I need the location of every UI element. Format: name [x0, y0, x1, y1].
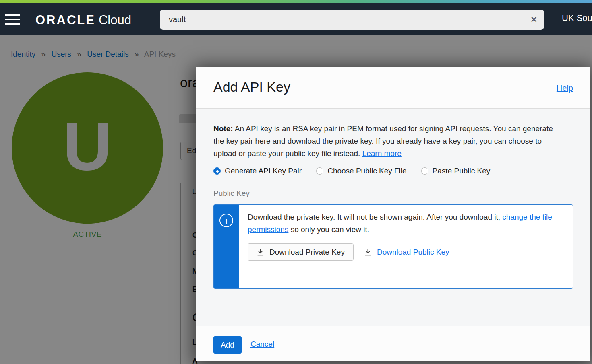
- add-api-key-modal: Add API Key Help Note: An API key is an …: [196, 67, 590, 361]
- download-public-key-link[interactable]: Download Public Key: [377, 248, 449, 257]
- note-bold: Note:: [213, 124, 233, 133]
- download-public-key-action[interactable]: Download Public Key: [364, 248, 449, 257]
- info-banner-stripe: i: [214, 205, 239, 288]
- cancel-link[interactable]: Cancel: [250, 340, 274, 349]
- radio-choose-public-key-file[interactable]: Choose Public Key File: [316, 167, 406, 175]
- key-source-radio-group: Generate API Key Pair Choose Public Key …: [213, 167, 490, 175]
- logo-oracle: ORACLE: [35, 13, 95, 27]
- download-private-key-button[interactable]: Download Private Key: [248, 243, 354, 261]
- note-paragraph: Note: An API key is an RSA key pair in P…: [213, 122, 561, 160]
- download-icon: [364, 248, 372, 256]
- modal-body: Note: An API key is an RSA key pair in P…: [196, 109, 590, 326]
- search-value[interactable]: vault: [169, 15, 186, 24]
- search-input[interactable]: vault ✕: [160, 10, 544, 30]
- radio-unselected-icon[interactable]: [316, 167, 323, 175]
- radio-generate-api-key-pair[interactable]: Generate API Key Pair: [213, 167, 302, 175]
- info-icon: i: [219, 214, 233, 227]
- help-link[interactable]: Help: [557, 84, 573, 93]
- info-text: Download the private key. It will not be…: [248, 211, 566, 236]
- public-key-label: Public Key: [213, 189, 250, 198]
- info-banner-content: Download the private key. It will not be…: [248, 211, 566, 261]
- modal-header: Add API Key Help: [196, 67, 590, 109]
- brand-gradient-strip: [0, 0, 592, 3]
- modal-footer: Add Cancel: [196, 326, 590, 361]
- clear-search-icon[interactable]: ✕: [530, 14, 538, 26]
- top-bar: ORACLECloud vault ✕ UK Sou: [0, 3, 592, 35]
- radio-selected-icon[interactable]: [213, 167, 221, 175]
- add-button[interactable]: Add: [213, 336, 242, 354]
- download-actions-row: Download Private Key Download Public Key: [248, 243, 566, 261]
- radio-unselected-icon[interactable]: [421, 167, 428, 175]
- region-selector[interactable]: UK Sou: [562, 13, 592, 23]
- screen: ORACLECloud vault ✕ UK Sou Identity » Us…: [0, 0, 592, 364]
- download-icon: [257, 248, 264, 256]
- modal-title: Add API Key: [213, 79, 290, 95]
- learn-more-link[interactable]: Learn more: [362, 149, 402, 158]
- logo-cloud: Cloud: [99, 13, 131, 27]
- radio-paste-public-key[interactable]: Paste Public Key: [421, 167, 491, 175]
- info-banner: i Download the private key. It will not …: [213, 204, 573, 289]
- oracle-cloud-logo: ORACLECloud: [35, 13, 131, 27]
- menu-icon[interactable]: [5, 14, 20, 25]
